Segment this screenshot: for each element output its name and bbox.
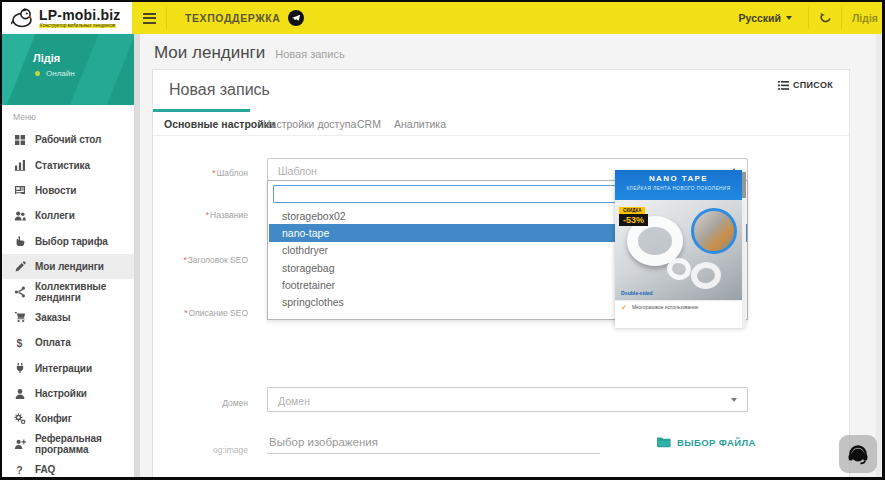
card-title: Новая запись bbox=[169, 81, 270, 99]
sidebar-item-news[interactable]: Новости bbox=[2, 178, 134, 203]
tech-support-link[interactable]: ТЕХПОДДЕРЖКА bbox=[185, 10, 304, 26]
refresh-icon bbox=[819, 12, 832, 25]
app-window: LP-mobi.biz Конструктор мобильных лендин… bbox=[0, 0, 885, 480]
profile-name: Лідія bbox=[33, 52, 60, 64]
sidebar-item-my-landings[interactable]: Мои лендинги bbox=[2, 254, 134, 279]
preview-subtitle: КЛЕЙКАЯ ЛЕНТА НОВОГО ПОКОЛЕНИЯ bbox=[615, 186, 742, 191]
sidebar-item-statistics[interactable]: Статистика bbox=[2, 152, 134, 177]
breadcrumb: Новая запись bbox=[275, 48, 344, 60]
sidebar-item-desktop[interactable]: Рабочий стол bbox=[2, 127, 134, 152]
folder-icon bbox=[656, 436, 671, 448]
tab-analytics[interactable]: Аналитика bbox=[394, 118, 446, 130]
preview-title: NANO TAPE bbox=[615, 174, 742, 183]
domain-select-placeholder: Домен bbox=[278, 395, 310, 407]
user-plus-icon bbox=[13, 438, 26, 451]
logo-title: LP-mobi.biz bbox=[39, 8, 121, 22]
dollar-icon: $ bbox=[13, 336, 26, 349]
sidebar-item-tariff[interactable]: Выбор тарифа bbox=[2, 229, 134, 254]
sidebar-item-faq[interactable]: ? FAQ bbox=[2, 457, 134, 480]
template-preview: NANO TAPE КЛЕЙКАЯ ЛЕНТА НОВОГО ПОКОЛЕНИЯ… bbox=[615, 170, 746, 328]
seo-description-field-label: *Описание SEO bbox=[142, 308, 248, 318]
sidebar-item-integrations[interactable]: Интеграции bbox=[2, 356, 134, 381]
headset-icon bbox=[846, 442, 870, 466]
sidebar-toggle-button[interactable] bbox=[132, 2, 166, 34]
gears-icon bbox=[13, 412, 26, 425]
tab-crm[interactable]: CRM bbox=[357, 118, 381, 130]
choose-file-button[interactable]: ВЫБОР ФАЙЛА bbox=[650, 435, 762, 449]
list-icon bbox=[778, 81, 789, 90]
sidebar-menu: Рабочий стол Статистика Новости Коллеги … bbox=[2, 127, 134, 480]
seo-title-field-label: *Заголовок SEO bbox=[142, 255, 248, 265]
pencil-icon bbox=[13, 260, 26, 273]
language-selector[interactable]: Русский bbox=[723, 12, 808, 24]
dashboard-icon bbox=[13, 133, 26, 146]
template-field-label: *Шаблон bbox=[142, 168, 248, 178]
sidebar-item-payment[interactable]: $ Оплата bbox=[2, 330, 134, 355]
sidebar-item-referral[interactable]: Реферальная программа bbox=[2, 432, 134, 457]
logo-tagline: Конструктор мобильных лендингов bbox=[39, 24, 116, 29]
preview-header: NANO TAPE КЛЕЙКАЯ ЛЕНТА НОВОГО ПОКОЛЕНИЯ bbox=[615, 170, 742, 200]
cart-icon bbox=[13, 311, 26, 324]
tab-bar: Основные настройки Настройки доступа CRM… bbox=[153, 109, 849, 136]
preview-scrollbar[interactable] bbox=[742, 170, 746, 328]
logo[interactable]: LP-mobi.biz Конструктор мобильных лендин… bbox=[2, 2, 132, 34]
support-chat-widget[interactable] bbox=[839, 435, 877, 473]
refresh-button[interactable] bbox=[809, 2, 841, 34]
check-icon: ✓ bbox=[621, 304, 627, 312]
user-icon bbox=[13, 387, 26, 400]
language-label: Русский bbox=[739, 12, 781, 24]
domain-select[interactable]: Домен bbox=[267, 387, 748, 412]
preview-inset-photo bbox=[691, 208, 737, 254]
sidebar-scrollbar[interactable] bbox=[134, 34, 140, 480]
newspaper-icon bbox=[13, 184, 26, 197]
menu-section-label: Меню bbox=[13, 112, 36, 122]
logo-mascot-icon bbox=[9, 7, 34, 29]
sidebar-item-config[interactable]: Конфиг bbox=[2, 406, 134, 431]
preview-product-image: СКИДКА -53% Double-sided bbox=[615, 200, 742, 300]
chevron-down-icon bbox=[786, 16, 792, 20]
preview-link-text: Double-sided bbox=[621, 290, 653, 296]
header-bar: ТЕХПОДДЕРЖКА Русский Лідія bbox=[132, 2, 882, 34]
sidebar-item-settings[interactable]: Настройки bbox=[2, 381, 134, 406]
page-title: Мои лендинги bbox=[154, 43, 265, 63]
question-icon: ? bbox=[13, 463, 26, 476]
sidebar-item-orders[interactable]: Заказы bbox=[2, 305, 134, 330]
online-status-dot bbox=[35, 71, 40, 76]
page-scrollbar[interactable] bbox=[876, 34, 881, 477]
hand-pointer-icon bbox=[13, 235, 26, 248]
template-select-placeholder: Шаблон bbox=[278, 165, 317, 177]
og-image-input[interactable] bbox=[267, 430, 600, 454]
name-field-label: *Название bbox=[142, 210, 248, 220]
topbar: LP-mobi.biz Конструктор мобильных лендин… bbox=[2, 2, 882, 34]
discount-badge: СКИДКА -53% bbox=[619, 207, 648, 226]
tab-main-settings[interactable]: Основные настройки bbox=[164, 118, 275, 130]
telegram-icon bbox=[288, 10, 304, 26]
chevron-down-icon bbox=[731, 398, 737, 402]
sidebar: Лідія Онлайн Меню Рабочий стол Статистик… bbox=[2, 34, 140, 480]
active-tab-indicator bbox=[153, 109, 250, 112]
list-button[interactable]: СПИСОК bbox=[776, 78, 835, 92]
domain-field-label: Домен bbox=[142, 398, 248, 408]
tab-access-settings[interactable]: Настройки доступа bbox=[263, 118, 356, 130]
sidebar-item-collective-landings[interactable]: Коллективные лендинги bbox=[2, 279, 134, 304]
preview-feature-row: ✓ Многоразовое использование bbox=[615, 300, 742, 314]
users-icon bbox=[13, 209, 26, 222]
og-image-field-label: og:image bbox=[142, 445, 248, 455]
profile-panel: Лідія Онлайн bbox=[2, 34, 140, 105]
bar-chart-icon bbox=[13, 159, 26, 172]
topbar-username[interactable]: Лідія bbox=[842, 12, 882, 24]
share-icon bbox=[13, 286, 26, 299]
profile-status: Онлайн bbox=[46, 69, 75, 78]
tech-support-label: ТЕХПОДДЕРЖКА bbox=[185, 12, 281, 24]
plug-icon bbox=[13, 362, 26, 375]
sidebar-item-colleagues[interactable]: Коллеги bbox=[2, 203, 134, 228]
